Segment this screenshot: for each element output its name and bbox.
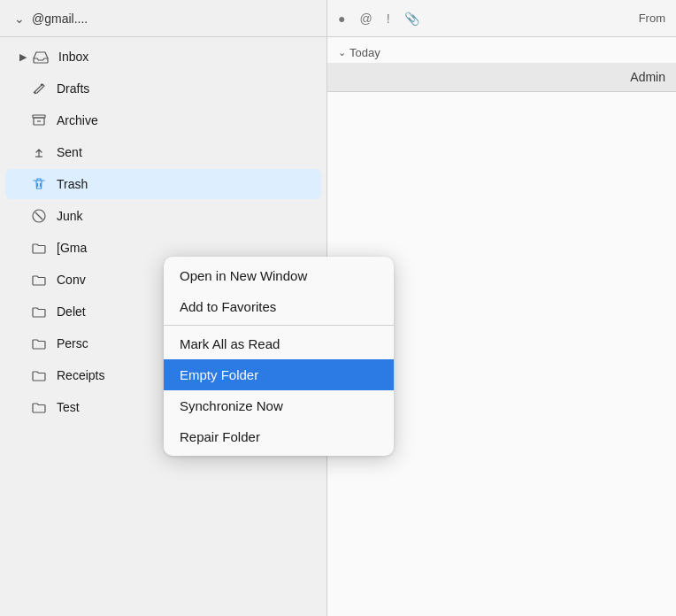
- sidebar-item-drafts[interactable]: Drafts: [5, 73, 321, 104]
- today-chevron-icon: ⌄: [338, 47, 346, 58]
- today-label: Today: [350, 46, 380, 59]
- receipts-label: Receipts: [57, 368, 104, 382]
- today-header: ⌄ Today: [327, 42, 676, 63]
- exclamation-icon: !: [387, 12, 390, 26]
- inbox-icon: [32, 48, 50, 65]
- sidebar-item-inbox[interactable]: ▶ Inbox: [5, 42, 321, 72]
- account-name: @gmail....: [32, 12, 88, 26]
- sidebar-item-archive[interactable]: Archive: [5, 105, 321, 135]
- junk-icon: [30, 207, 48, 225]
- archive-icon: [30, 112, 48, 129]
- context-menu-mark-all-read[interactable]: Mark All as Read: [164, 328, 394, 359]
- gmail-label: [Gma: [57, 241, 87, 255]
- paperclip-icon: 📎: [404, 12, 419, 26]
- sidebar-item-trash[interactable]: Trash: [5, 169, 321, 199]
- dot-icon: ●: [338, 12, 345, 26]
- email-row[interactable]: Admin: [327, 63, 676, 92]
- pers-label: Persc: [57, 336, 88, 350]
- main-header: ● @ ! 📎 From: [327, 0, 676, 37]
- sidebar-item-sent[interactable]: Sent: [5, 137, 321, 167]
- chevron-down-icon[interactable]: ⌄: [14, 12, 25, 26]
- sent-icon: [30, 143, 48, 161]
- junk-label: Junk: [57, 209, 83, 223]
- context-menu: Open in New Window Add to Favorites Mark…: [164, 257, 394, 456]
- delete-label: Delet: [57, 304, 86, 319]
- email-from: Admin: [630, 70, 665, 84]
- drafts-label: Drafts: [57, 81, 89, 96]
- at-icon: @: [359, 12, 372, 26]
- sidebar-item-junk[interactable]: Junk: [5, 201, 321, 231]
- inbox-label: Inbox: [58, 50, 88, 64]
- folder-icon-6: [30, 398, 48, 416]
- folder-icon-2: [30, 271, 48, 289]
- sidebar: ⌄ @gmail.... ▶ Inbox Drafts: [0, 0, 327, 616]
- context-menu-add-favorites[interactable]: Add to Favorites: [164, 291, 394, 322]
- drafts-icon: [30, 80, 48, 97]
- folder-icon-4: [30, 335, 48, 352]
- folder-icon-3: [30, 303, 48, 320]
- folder-icon-5: [30, 366, 48, 384]
- context-menu-separator-1: [164, 325, 394, 326]
- trash-label: Trash: [57, 177, 88, 191]
- context-menu-empty-folder[interactable]: Empty Folder: [164, 359, 394, 390]
- context-menu-repair-folder[interactable]: Repair Folder: [164, 421, 394, 452]
- archive-label: Archive: [57, 113, 98, 127]
- trash-icon: [30, 175, 48, 193]
- expand-icon: ▶: [19, 51, 27, 63]
- folder-icon: [30, 239, 48, 257]
- context-menu-synchronize-now[interactable]: Synchronize Now: [164, 390, 394, 421]
- sidebar-header: ⌄ @gmail....: [0, 0, 326, 37]
- conv-label: Conv: [57, 273, 86, 287]
- sent-label: Sent: [57, 145, 82, 159]
- from-label: From: [639, 12, 665, 25]
- context-menu-open-new-window[interactable]: Open in New Window: [164, 260, 394, 291]
- today-section: ⌄ Today Admin: [327, 37, 676, 97]
- test-label: Test: [57, 400, 80, 414]
